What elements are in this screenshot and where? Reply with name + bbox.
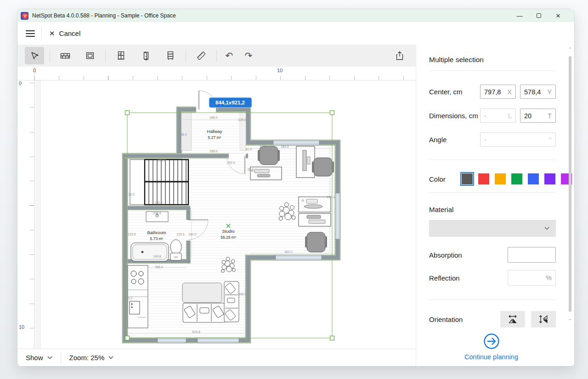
office-desk-1[interactable]	[296, 146, 315, 178]
share-icon	[394, 50, 405, 61]
svg-text:35.0: 35.0	[247, 168, 254, 171]
furniture-tool-button[interactable]	[161, 47, 180, 64]
ruler-tool-button[interactable]	[192, 47, 211, 64]
hruler-label-0: 0	[33, 68, 36, 73]
material-dropdown[interactable]	[429, 220, 556, 237]
svg-text:524.8: 524.8	[192, 330, 200, 333]
absorption-input[interactable]	[508, 247, 556, 263]
angle-label: Angle	[429, 136, 447, 144]
flip-horizontal-button[interactable]	[500, 311, 525, 327]
center-x-input[interactable]: 797,8 X	[480, 85, 516, 99]
svg-text:265.0: 265.0	[155, 265, 163, 269]
svg-text:384.8: 384.8	[281, 145, 289, 148]
window-office-right	[335, 193, 340, 239]
window-title: NetSpot Beta 4.0.0.588 - Planning - Samp…	[32, 12, 510, 19]
svg-text:233.3: 233.3	[158, 159, 166, 162]
color-swatch-amber[interactable]	[493, 172, 507, 186]
absorption-label: Absorption	[429, 251, 462, 259]
color-swatch-blue[interactable]	[526, 172, 540, 186]
zone-tool-button[interactable]	[80, 47, 100, 64]
window-icon	[115, 50, 127, 62]
svg-text:85.0: 85.0	[181, 133, 187, 136]
office-chair-2[interactable]	[312, 158, 334, 176]
continue-planning-button[interactable]: Continue planning	[416, 333, 566, 361]
selection-handle-bl[interactable]	[125, 336, 130, 340]
vruler-label-10: 10	[19, 324, 24, 330]
scroll-up-icon[interactable]: ⌃	[568, 46, 572, 52]
living-table[interactable]	[182, 283, 222, 303]
svg-text:400.0: 400.0	[284, 250, 293, 253]
svg-text:292.6: 292.6	[227, 161, 235, 164]
reflection-label: Reflection	[429, 274, 460, 282]
svg-text:60.0: 60.0	[260, 145, 266, 148]
staircase[interactable]	[130, 160, 188, 205]
flip-vertical-button[interactable]	[531, 311, 556, 327]
svg-text:517.4: 517.4	[327, 195, 335, 199]
floorplan-canvas[interactable]: 285.0 85.0 125.0 285.0 292.6 60.0 60.0 3…	[34, 80, 416, 349]
toilet[interactable]	[170, 240, 181, 260]
color-swatch-gray[interactable]	[460, 172, 474, 186]
menubar: ✕ Cancel	[17, 22, 574, 45]
selection-size-badge: 844,1x921,2	[209, 98, 252, 108]
dimensions-t-input[interactable]: 20 T	[520, 109, 556, 123]
window-office-bottom	[276, 255, 322, 260]
reflection-input[interactable]: %	[508, 270, 556, 286]
minimize-button[interactable]: —	[510, 9, 529, 22]
undo-button[interactable]: ↶	[220, 47, 239, 64]
svg-text:125.0: 125.0	[238, 118, 246, 121]
maximize-button[interactable]	[529, 9, 548, 22]
show-dropdown[interactable]: Show	[17, 349, 61, 366]
window-office-top	[273, 140, 319, 145]
chevron-down-icon	[47, 356, 52, 359]
svg-text:30.0: 30.0	[126, 297, 132, 300]
drawing-toolbar: ↶ ↷	[17, 45, 416, 67]
cancel-button[interactable]: ✕ Cancel	[49, 29, 80, 38]
selection-handle-tl[interactable]	[125, 111, 130, 115]
hallway-label: Hallway	[207, 129, 222, 134]
ruler-icon	[195, 50, 207, 62]
angle-input[interactable]: - °	[480, 132, 556, 147]
bathtub[interactable]	[131, 243, 169, 261]
selection-handle-br[interactable]	[330, 336, 334, 340]
svg-text:229.5: 229.5	[128, 233, 136, 236]
office-chair-1[interactable]	[258, 146, 280, 165]
center-y-input[interactable]: 578,4 Y	[520, 85, 556, 99]
floorplan-svg: 285.0 85.0 125.0 285.0 292.6 60.0 60.0 3…	[34, 80, 416, 349]
scrollbar-thumb[interactable]	[569, 56, 571, 312]
zoom-dropdown[interactable]: Zoom: 25%	[61, 349, 122, 366]
hallway-closet[interactable]	[181, 113, 192, 150]
export-button[interactable]	[391, 47, 408, 64]
office-desk-3[interactable]	[299, 197, 331, 212]
svg-text:229.5: 229.5	[176, 233, 185, 236]
svg-text:260.0: 260.0	[188, 233, 197, 236]
panel-title: Multiple selection	[429, 56, 556, 64]
color-swatch-violet[interactable]	[543, 172, 557, 186]
door-tool-button[interactable]	[136, 47, 155, 64]
svg-text:285.0: 285.0	[209, 116, 218, 119]
dimensions-label: Dimensions, cm	[429, 112, 478, 120]
chevron-down-icon	[108, 356, 113, 359]
panel-scrollbar[interactable]: ⌃ ⌄	[567, 46, 573, 322]
netspot-app-icon	[21, 12, 28, 20]
dimensions-l-input[interactable]: - L	[480, 109, 516, 123]
select-tool-button[interactable]	[25, 47, 44, 64]
color-swatch-green[interactable]	[510, 172, 524, 186]
hruler-label-10: 10	[277, 68, 283, 73]
wall-tool-button[interactable]	[56, 47, 75, 64]
selection-handle-tr[interactable]	[330, 111, 334, 115]
svg-text:246.5: 246.5	[153, 212, 161, 215]
cancel-label: Cancel	[59, 29, 81, 37]
office-desk-2[interactable]	[250, 167, 282, 180]
menu-hamburger-icon[interactable]	[26, 30, 35, 37]
color-swatch-red[interactable]	[477, 172, 491, 186]
wall-icon	[59, 50, 71, 62]
close-button[interactable]: ✕	[548, 9, 568, 22]
scroll-down-icon[interactable]: ⌄	[568, 316, 572, 322]
office-desk-4[interactable]	[299, 213, 331, 226]
window-tool-button[interactable]	[111, 47, 130, 64]
color-label: Color	[429, 175, 446, 183]
office-chair-3[interactable]	[305, 232, 327, 252]
zone-icon	[84, 50, 96, 62]
redo-button[interactable]: ↷	[239, 47, 258, 64]
shelf-icon	[164, 50, 176, 62]
